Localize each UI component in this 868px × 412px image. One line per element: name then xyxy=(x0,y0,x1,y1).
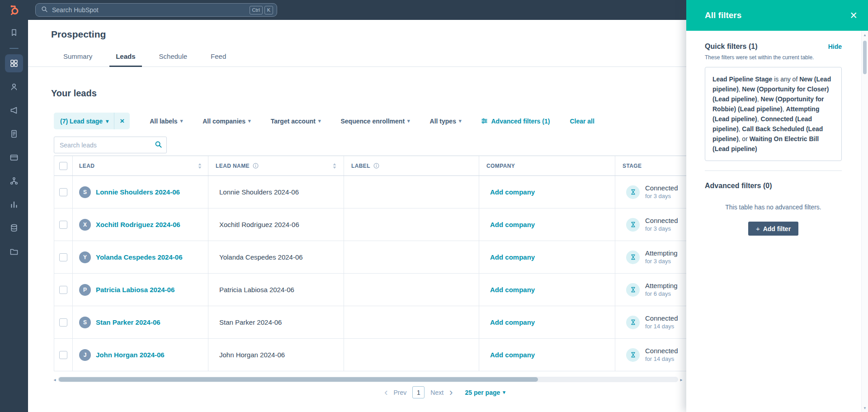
content-icon[interactable] xyxy=(5,125,23,143)
filter-dropdown-sequence-enrollment[interactable]: Sequence enrollment▾ xyxy=(340,118,410,125)
select-all-checkbox[interactable] xyxy=(59,162,67,170)
marketing-icon[interactable] xyxy=(5,101,23,119)
commerce-icon[interactable] xyxy=(5,148,23,166)
filter-summary-card[interactable]: Lead Pipeline Stage is any of New (Lead … xyxy=(705,67,842,161)
reporting-icon[interactable] xyxy=(5,195,23,213)
avatar: Y xyxy=(79,251,91,263)
add-company-link[interactable]: Add company xyxy=(490,221,535,228)
column-header-label[interactable]: LABEL xyxy=(344,156,479,175)
lead-stage-chip-label: (7) Lead stage xyxy=(60,118,103,125)
library-icon[interactable] xyxy=(5,242,23,260)
scrollbar-thumb[interactable] xyxy=(59,377,538,382)
bookmarks-icon[interactable] xyxy=(5,24,23,42)
scroll-right-arrow[interactable]: ▸ xyxy=(678,377,684,382)
lead-link[interactable]: John Horgan 2024-06 xyxy=(96,351,165,359)
lead-link[interactable]: Stan Parker 2024-06 xyxy=(96,318,160,326)
automations-icon[interactable] xyxy=(5,172,23,190)
column-header-lead[interactable]: LEAD xyxy=(72,156,208,175)
column-header-company[interactable]: COMPANY xyxy=(479,156,615,175)
stage-name: Attempting xyxy=(645,282,678,290)
hide-link[interactable]: Hide xyxy=(828,43,842,50)
advanced-filters-label: Advanced filters (1) xyxy=(491,118,550,125)
lead-cell: J John Horgan 2024-06 xyxy=(72,339,208,371)
column-label: STAGE xyxy=(623,163,642,169)
lead-name-text: Yolanda Cespedes 2024-06 xyxy=(219,253,303,261)
add-company-link[interactable]: Add company xyxy=(490,286,535,294)
prev-page-chevron-icon[interactable]: ‹ xyxy=(384,388,387,398)
crm-contacts-icon[interactable] xyxy=(5,78,23,96)
scroll-left-arrow[interactable]: ◂ xyxy=(52,377,58,382)
lead-name-text: Stan Parker 2024-06 xyxy=(219,318,282,326)
filter-dropdown-all-labels[interactable]: All labels▾ xyxy=(150,118,183,125)
stage-duration: for 6 days xyxy=(645,290,678,298)
sort-icon[interactable] xyxy=(198,163,202,169)
global-search-input[interactable] xyxy=(52,6,248,14)
global-search[interactable]: Ctrl K xyxy=(35,3,277,17)
scrollbar-track[interactable] xyxy=(58,377,678,382)
sort-icon[interactable] xyxy=(333,163,336,169)
panel-scrollbar-thumb[interactable] xyxy=(863,41,867,74)
info-icon[interactable] xyxy=(253,163,259,169)
panel-scrollbar[interactable]: ▴ ▾ xyxy=(861,31,868,412)
hourglass-icon xyxy=(626,185,640,199)
clear-all-button[interactable]: Clear all xyxy=(570,118,594,125)
stage-duration: for 3 days xyxy=(645,258,678,265)
leads-search-input[interactable] xyxy=(54,137,167,153)
panel-title: All filters xyxy=(705,10,741,20)
column-header-lead-name[interactable]: LEAD NAME xyxy=(208,156,344,175)
column-label: LEAD xyxy=(79,163,94,169)
lead-link[interactable]: Xochitl Rodriguez 2024-06 xyxy=(96,221,180,228)
scroll-up-arrow[interactable]: ▴ xyxy=(864,31,866,39)
row-checkbox[interactable] xyxy=(59,188,67,196)
hourglass-icon xyxy=(626,348,640,362)
per-page-selector[interactable]: 25 per page ▾ xyxy=(465,389,505,396)
row-checkbox[interactable] xyxy=(59,286,67,294)
label-cell xyxy=(344,306,479,338)
lead-link[interactable]: Patricia Labiosa 2024-06 xyxy=(96,286,175,294)
lead-link[interactable]: Lonnie Shoulders 2024-06 xyxy=(96,188,180,196)
add-company-link[interactable]: Add company xyxy=(490,351,535,359)
label-cell xyxy=(344,241,479,273)
horizontal-scrollbar[interactable]: ◂ ▸ xyxy=(52,376,684,383)
prev-page-button[interactable]: Prev xyxy=(394,389,407,396)
filter-dropdown-all-companies[interactable]: All companies▾ xyxy=(203,118,250,125)
next-page-chevron-icon[interactable]: › xyxy=(449,388,453,398)
row-checkbox[interactable] xyxy=(59,221,67,229)
current-page-button[interactable]: 1 xyxy=(412,386,425,398)
filter-dropdown-target-account[interactable]: Target account▾ xyxy=(271,118,321,125)
scroll-down-arrow[interactable]: ▾ xyxy=(864,404,866,412)
add-company-link[interactable]: Add company xyxy=(490,188,535,196)
workspaces-icon[interactable] xyxy=(5,54,23,72)
search-icon[interactable] xyxy=(155,141,162,150)
hubspot-logo[interactable] xyxy=(0,0,28,20)
panel-scrollbar-track[interactable] xyxy=(862,39,868,404)
lead-stage-filter-chip[interactable]: (7) Lead stage ▾ × xyxy=(54,113,130,129)
panel-header: All filters × xyxy=(686,0,868,31)
caret-down-icon: ▾ xyxy=(459,118,462,124)
close-icon[interactable]: × xyxy=(850,9,857,22)
advanced-filters-button[interactable]: Advanced filters (1) xyxy=(481,118,550,125)
data-icon[interactable] xyxy=(5,219,23,237)
shortcut-ctrl-key: Ctrl xyxy=(250,6,263,14)
remove-filter-icon[interactable]: × xyxy=(114,113,130,129)
tab-feed[interactable]: Feed xyxy=(204,47,232,67)
caret-down-icon: ▾ xyxy=(318,118,321,124)
tab-leads[interactable]: Leads xyxy=(109,47,142,67)
add-company-link[interactable]: Add company xyxy=(490,318,535,326)
add-company-link[interactable]: Add company xyxy=(490,253,535,261)
next-page-button[interactable]: Next xyxy=(430,389,443,396)
info-icon[interactable] xyxy=(373,163,379,169)
filter-dropdown-all-types[interactable]: All types▾ xyxy=(430,118,462,125)
tab-schedule[interactable]: Schedule xyxy=(153,47,194,67)
hourglass-icon xyxy=(626,283,640,297)
lead-link[interactable]: Yolanda Cespedes 2024-06 xyxy=(96,253,182,261)
row-checkbox[interactable] xyxy=(59,318,67,327)
label-cell xyxy=(344,274,479,306)
add-filter-button[interactable]: + Add filter xyxy=(748,222,798,236)
row-checkbox[interactable] xyxy=(59,253,67,261)
lead-name-cell: John Horgan 2024-06 xyxy=(208,339,344,371)
company-cell: Add company xyxy=(479,176,615,208)
tab-summary[interactable]: Summary xyxy=(57,47,99,67)
filter-summary-text: Lead Pipeline Stage is any of New (Lead … xyxy=(712,74,834,154)
row-checkbox[interactable] xyxy=(59,351,67,359)
